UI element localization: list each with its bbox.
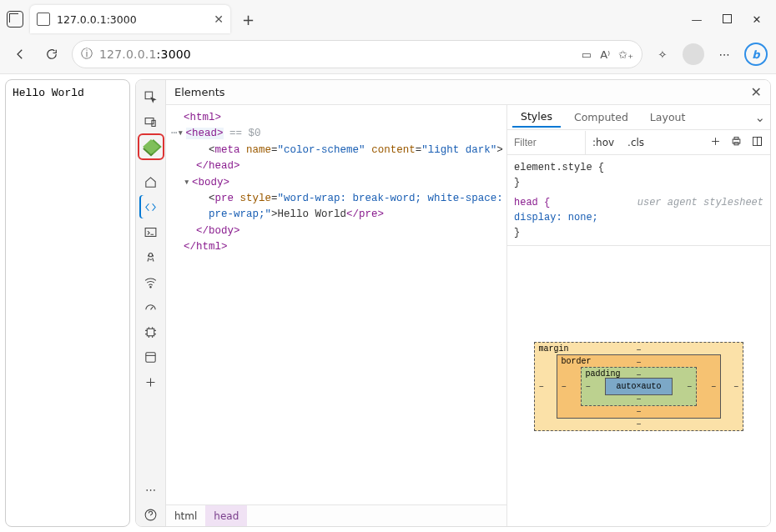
tab-computed[interactable]: Computed [566, 108, 637, 127]
elements-panel: <html> ⋯▾<head> == $0 <meta name="color-… [166, 105, 507, 526]
help-icon[interactable] [139, 503, 163, 526]
close-button[interactable]: ✕ [749, 13, 764, 26]
svg-point-5 [150, 286, 151, 287]
svg-rect-9 [733, 139, 740, 143]
rendered-page: Hello World [5, 79, 130, 527]
inspect-element-icon[interactable] [139, 85, 163, 108]
network-icon[interactable] [139, 270, 163, 294]
settings-menu-icon[interactable]: ⋯ [139, 478, 163, 501]
breadcrumb: html head [166, 504, 506, 526]
devtools-main: Elements ✕ <html> ⋯▾<head> == $0 <meta n… [166, 80, 770, 526]
tab-layout[interactable]: Layout [642, 108, 694, 127]
content-area: Hello World ⋯ Elements ✕ [0, 73, 776, 532]
new-style-rule-icon[interactable] [709, 135, 722, 150]
breadcrumb-html[interactable]: html [166, 505, 205, 526]
breadcrumb-head[interactable]: head [205, 505, 247, 526]
svg-rect-3 [145, 228, 156, 236]
page-text: Hello World [13, 87, 84, 99]
refresh-button[interactable] [40, 43, 63, 66]
site-info-icon[interactable]: ⓘ [81, 47, 93, 62]
devtools: ⋯ Elements ✕ <html> ⋯▾<head> == $0 <meta… [135, 79, 771, 527]
panel-title: Elements [174, 86, 225, 98]
favicon-icon [37, 13, 50, 26]
device-toolbar-icon[interactable] [139, 110, 163, 133]
tab-title: 127.0.0.1:3000 [57, 13, 207, 26]
svg-point-4 [149, 253, 152, 256]
computed-toggle-icon[interactable] [751, 135, 763, 150]
browser-tab[interactable]: 127.0.0.1:3000 ✕ [30, 5, 230, 33]
more-tools-icon[interactable] [139, 370, 163, 394]
toolbar: ⓘ 127.0.0.1:3000 ▭ A⁾ ✩₊ ✧ ⋯ b [0, 35, 776, 73]
window-controls: — ✕ [689, 13, 764, 26]
svg-rect-10 [734, 137, 738, 139]
elements-icon[interactable] [139, 195, 163, 218]
styles-more-icon[interactable]: ⌄ [754, 110, 765, 125]
address-bar[interactable]: ⓘ 127.0.0.1:3000 ▭ A⁾ ✩₊ [72, 40, 642, 68]
cls-toggle[interactable]: .cls [621, 137, 651, 148]
read-aloud-icon[interactable]: A⁾ [600, 48, 610, 61]
app-mode-icon[interactable]: ▭ [582, 48, 592, 61]
application-icon[interactable] [139, 345, 163, 369]
tab-strip: 127.0.0.1:3000 ✕ + [7, 5, 679, 33]
app-icon[interactable] [7, 11, 23, 28]
more-menu-button[interactable]: ⋯ [713, 43, 736, 66]
devtools-close-button[interactable]: ✕ [751, 84, 762, 100]
3d-view-icon[interactable] [139, 135, 163, 158]
styles-filter-input[interactable] [507, 131, 586, 154]
style-rules[interactable]: element.style { } head {user agent style… [507, 155, 770, 246]
print-media-icon[interactable] [730, 135, 743, 150]
tab-close-button[interactable]: ✕ [214, 13, 224, 26]
sources-icon[interactable] [139, 245, 163, 269]
console-icon[interactable] [139, 220, 163, 243]
bing-chat-icon[interactable]: b [744, 43, 768, 66]
welcome-icon[interactable] [139, 170, 163, 193]
devtools-sidebar: ⋯ [136, 80, 166, 526]
back-button[interactable] [8, 43, 32, 66]
dom-tree[interactable]: <html> ⋯▾<head> == $0 <meta name="color-… [166, 105, 506, 504]
svg-rect-7 [146, 352, 155, 361]
collections-icon[interactable]: ✧ [651, 43, 674, 66]
maximize-button[interactable] [719, 13, 734, 26]
svg-rect-1 [145, 118, 154, 123]
styles-panel: Styles Computed Layout ⌄ :hov .cls [507, 105, 770, 526]
svg-rect-6 [147, 329, 154, 336]
titlebar: 127.0.0.1:3000 ✕ + — ✕ [0, 0, 776, 35]
tab-styles[interactable]: Styles [512, 107, 561, 128]
favorites-icon[interactable]: ✩₊ [618, 48, 633, 61]
panel-header: Elements ✕ [166, 80, 770, 105]
performance-icon[interactable] [139, 295, 163, 319]
styles-filter-row: :hov .cls [507, 130, 770, 155]
hov-toggle[interactable]: :hov [586, 137, 621, 148]
profile-avatar[interactable] [683, 43, 704, 65]
url-text: 127.0.0.1:3000 [99, 48, 191, 61]
styles-tabs: Styles Computed Layout ⌄ [507, 105, 770, 130]
new-tab-button[interactable]: + [237, 11, 260, 28]
memory-icon[interactable] [139, 320, 163, 344]
svg-rect-13 [758, 137, 762, 145]
box-model[interactable]: margin –––– border –––– padding –––– aut… [507, 246, 770, 526]
addr-right: ▭ A⁾ ✩₊ [582, 48, 633, 61]
minimize-button[interactable]: — [689, 13, 704, 26]
